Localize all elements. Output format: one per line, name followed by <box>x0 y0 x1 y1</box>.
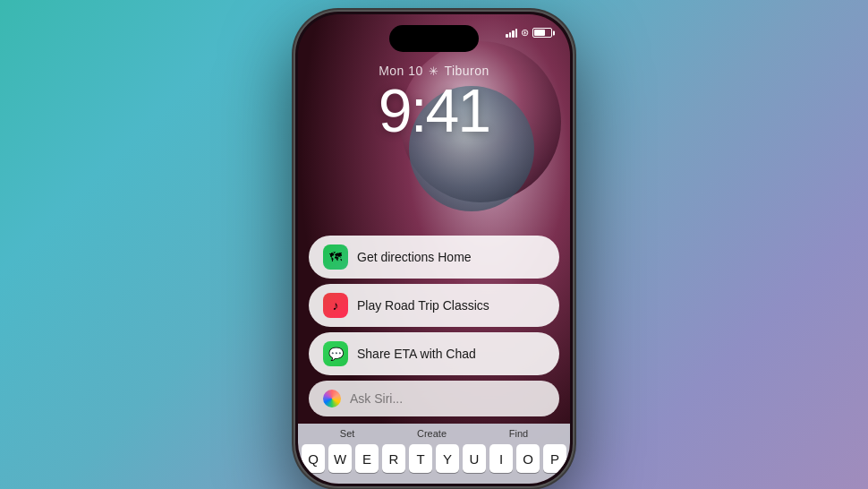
dynamic-island <box>389 25 479 52</box>
wifi-icon: ⊛ <box>521 27 529 39</box>
time-display: 9:41 <box>298 80 570 141</box>
key-w[interactable]: W <box>328 444 352 473</box>
suggestion-directions-text: Get directions Home <box>357 250 472 264</box>
key-q[interactable]: Q <box>302 444 325 473</box>
lock-content: Mon 10 ✳ Tiburon 9:41 <box>298 64 570 141</box>
key-p[interactable]: P <box>543 444 566 473</box>
battery-fill <box>534 30 545 36</box>
suggestion-music-text: Play Road Trip Classics <box>357 298 489 313</box>
signal-icon <box>506 29 517 38</box>
siri-placeholder-text: Ask Siri... <box>350 391 403 406</box>
phone-mockup: ⊛ Mon 10 ✳ Tiburon 9:41 <box>295 12 573 486</box>
battery-icon <box>532 28 552 38</box>
key-t[interactable]: T <box>409 444 432 473</box>
messages-icon: 💬 <box>323 341 348 366</box>
suggestion-music[interactable]: ♪ Play Road Trip Classics <box>309 284 559 327</box>
key-e[interactable]: E <box>355 444 379 473</box>
suggestions-panel: 🗺 Get directions Home ♪ Play Road Trip C… <box>309 236 559 416</box>
key-o[interactable]: O <box>516 444 540 473</box>
key-label-find: Find <box>509 428 528 439</box>
key-r[interactable]: R <box>382 444 405 473</box>
key-u[interactable]: U <box>463 444 486 473</box>
key-label-set: Set <box>340 428 355 439</box>
keyboard: Set Create Find Q W E R T Y U I O P <box>298 424 570 484</box>
phone-screen: ⊛ Mon 10 ✳ Tiburon 9:41 <box>298 14 570 484</box>
suggestion-messages[interactable]: 💬 Share ETA with Chad <box>309 332 559 375</box>
music-icon: ♪ <box>323 293 348 318</box>
key-label-create: Create <box>417 428 447 439</box>
keyboard-row-1: Q W E R T Y U I O P <box>302 444 566 473</box>
key-y[interactable]: Y <box>436 444 459 473</box>
suggestion-directions[interactable]: 🗺 Get directions Home <box>309 236 559 279</box>
siri-icon <box>323 390 341 408</box>
keyboard-top-labels: Set Create Find <box>302 428 566 439</box>
siri-input[interactable]: Ask Siri... <box>309 381 559 416</box>
phone-body: ⊛ Mon 10 ✳ Tiburon 9:41 <box>295 12 573 486</box>
suggestion-messages-text: Share ETA with Chad <box>357 347 476 361</box>
status-right: ⊛ <box>506 27 552 39</box>
maps-icon: 🗺 <box>323 244 348 270</box>
key-i[interactable]: I <box>489 444 513 473</box>
